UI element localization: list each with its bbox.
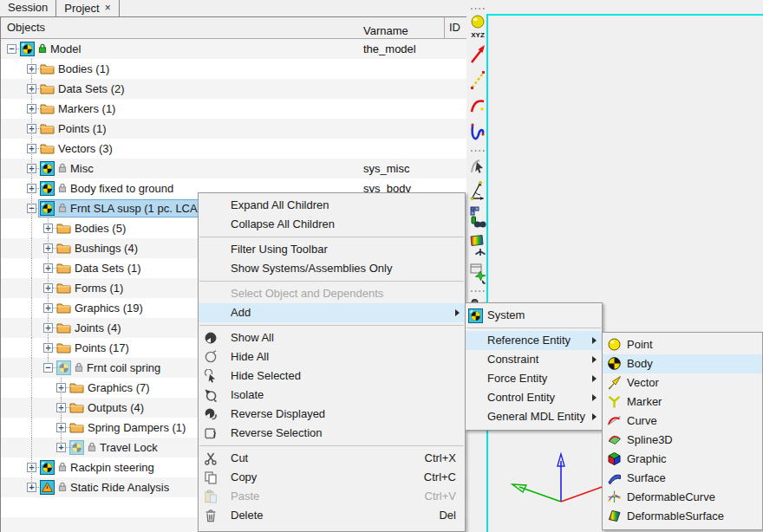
add-submenu: System Reference Entity Constraint Force…	[465, 302, 603, 431]
menu-item-deformablesurface[interactable]: DeformableSurface	[603, 507, 762, 526]
menu-item-reference-entity[interactable]: Reference Entity	[466, 331, 602, 350]
folder-icon	[40, 101, 55, 116]
menu-item-hide-selected[interactable]: Hide Selected	[199, 367, 465, 386]
toolbar-grip[interactable]	[470, 289, 486, 294]
menu-item-deformablecurve[interactable]: DeformableCurve	[603, 488, 762, 507]
menu-item-collapse-all-children[interactable]: Collapse All Children	[199, 215, 465, 234]
tree-row-label: Points (17)	[75, 341, 129, 354]
menu-item-hide-all[interactable]: Hide All	[199, 347, 465, 367]
tree-row-label: Points (1)	[58, 122, 107, 135]
menu-item-curve[interactable]: Curve	[603, 412, 762, 431]
reference-entity-submenu: Point Body Vector Marker Curve Spline3D …	[602, 332, 763, 530]
lock-gray-icon	[58, 203, 67, 213]
spline-tool-toolbar-icon[interactable]	[469, 120, 486, 145]
tree-expander-icon[interactable]: −	[7, 44, 16, 54]
menu-item-add[interactable]: Add	[199, 303, 465, 322]
menu-item-isolate[interactable]: Isolate	[199, 386, 465, 405]
delete-icon	[204, 509, 218, 522]
toolbar-grip[interactable]	[470, 6, 486, 11]
tree-row-misc[interactable]: + Misc sys_misc	[1, 159, 467, 178]
point-xyz-toolbar-icon[interactable]: XYZ	[469, 15, 486, 39]
tree-guide-line	[31, 178, 32, 198]
menu-item-control-entity[interactable]: Control Entity	[466, 388, 602, 407]
curve-tool-toolbar-icon[interactable]	[469, 94, 486, 117]
menu-item-label: General MDL Entity	[487, 407, 585, 426]
tree-row-label: Frnt SLA susp (1 pc. LCA	[70, 202, 198, 215]
menu-item-label: DeformableCurve	[627, 488, 715, 507]
pick-toolbar-icon[interactable]	[469, 157, 486, 176]
menu-item-vector[interactable]: Vector	[603, 373, 762, 393]
menu-item-copy[interactable]: Copy Ctrl+C	[199, 468, 465, 487]
toolbar-grip[interactable]	[470, 148, 486, 153]
folder-icon	[40, 62, 55, 76]
isolate-icon	[204, 388, 218, 402]
tree-expander-icon[interactable]: +	[27, 483, 36, 492]
menu-item-spline3d[interactable]: Spline3D	[603, 431, 762, 450]
window-star-toolbar-icon[interactable]	[469, 261, 486, 285]
menu-item-graphic[interactable]: Graphic	[603, 450, 762, 469]
menu-item-paste: Paste Ctrl+V	[199, 487, 465, 506]
menu-item-select-object-and-dependents: Select Object and Dependents	[199, 284, 465, 303]
tree-row-vectors-3[interactable]: + Vectors (3)	[1, 139, 467, 159]
menu-item-label: Copy	[231, 468, 257, 487]
tab-close-icon[interactable]: ×	[105, 2, 111, 15]
tree-guide-line	[31, 119, 32, 139]
menu-item-body[interactable]: Body	[603, 354, 762, 373]
tree-guide-line	[48, 298, 49, 318]
menu-item-constraint[interactable]: Constraint	[466, 350, 602, 369]
menu-item-surface[interactable]: Surface	[603, 469, 762, 488]
menu-item-expand-all-children[interactable]: Expand All Children	[199, 196, 465, 215]
tree-row-label: Joints (4)	[75, 321, 121, 334]
menu-item-reverse-displayed[interactable]: Reverse Displayed	[199, 405, 465, 424]
menu-item-system[interactable]: System	[466, 306, 602, 325]
menu-item-delete[interactable]: Delete Del	[199, 506, 465, 525]
contour-toolbar-icon[interactable]	[469, 233, 486, 257]
menu-item-label: Spline3D	[627, 431, 673, 450]
show-all-icon	[204, 331, 218, 345]
tree-row-label: Bushings (4)	[75, 242, 138, 255]
folder-icon	[69, 380, 84, 395]
tree-guide-line	[31, 318, 32, 338]
tab-session[interactable]: Session	[0, 0, 55, 16]
tree-guide-line	[31, 238, 32, 258]
menu-item-general-mdl-entity[interactable]: General MDL Entity	[466, 407, 602, 426]
tree-guide-line	[48, 358, 49, 364]
menu-item-force-entity[interactable]: Force Entity	[466, 369, 602, 388]
dashed-line-toolbar-icon[interactable]	[469, 68, 486, 91]
menu-item-reverse-selection[interactable]: Reverse Selection	[199, 424, 465, 443]
vector-arrow-toolbar-icon[interactable]	[469, 42, 486, 65]
menu-item-cut[interactable]: Cut Ctrl+X	[199, 449, 465, 468]
tree-row-data-sets-2[interactable]: + Data Sets (2)	[1, 79, 467, 99]
tree-row-points-1[interactable]: + Points (1)	[1, 119, 467, 139]
tree-guide-line	[31, 258, 32, 278]
tree-guide-line	[31, 398, 32, 418]
folder-icon	[56, 221, 71, 236]
menu-item-point[interactable]: Point	[603, 335, 762, 354]
menu-item-marker[interactable]: Marker	[603, 393, 762, 412]
tree-expander-icon[interactable]: +	[56, 443, 66, 452]
find-toolbar-icon[interactable]	[469, 205, 486, 230]
folder-icon	[56, 281, 71, 295]
menu-item-show-systems-assemblies-only[interactable]: Show Systems/Assemblies Only	[199, 259, 465, 278]
folder-icon	[40, 121, 55, 136]
deformable-surface-icon	[607, 509, 622, 523]
tree-row-bodies-1[interactable]: + Bodies (1)	[1, 59, 467, 79]
tree-guide-line	[31, 438, 32, 457]
menu-item-filter-using-toolbar[interactable]: Filter Using Toolbar	[199, 240, 465, 259]
menu-item-label: Paste	[231, 487, 259, 506]
tree-guide-line	[48, 278, 49, 298]
column-header-id[interactable]: ID	[449, 17, 460, 38]
marker-icon	[607, 394, 622, 409]
tree-row-model[interactable]: − Model the_model	[1, 39, 467, 59]
tree-row-markers-1[interactable]: + Markers (1)	[1, 99, 467, 119]
tab-project[interactable]: Project ×	[55, 0, 119, 16]
context-menu: Expand All Children Collapse All Childre…	[198, 192, 466, 532]
tree-guide-line	[31, 59, 32, 79]
menu-item-show-all[interactable]: Show All	[199, 328, 465, 347]
curve-icon	[607, 413, 622, 428]
tree-guide-line	[61, 398, 62, 418]
angle-toolbar-icon[interactable]	[469, 179, 486, 202]
tree-expander-icon[interactable]: −	[43, 363, 53, 373]
column-divider[interactable]	[444, 17, 445, 38]
tree-guide-line	[31, 298, 32, 318]
